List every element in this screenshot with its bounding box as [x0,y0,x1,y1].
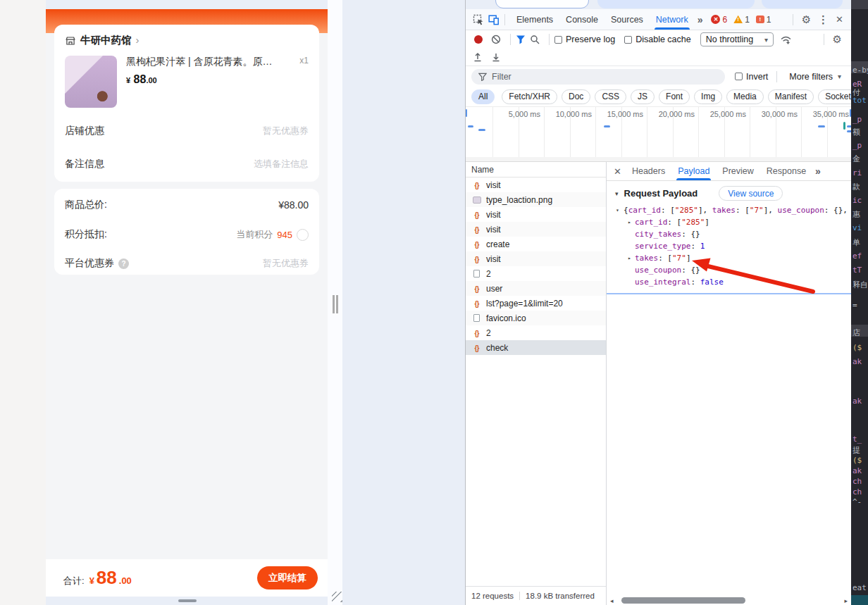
network-request-row[interactable]: check [466,340,606,355]
network-request-row[interactable]: type_loaction.png [466,192,606,207]
devtools-tab-sources[interactable]: Sources [604,9,650,30]
tree-expander-icon[interactable]: ▸ [628,252,631,264]
network-request-row[interactable]: user [466,281,606,296]
points-value: 945 [277,230,292,240]
filter-input[interactable]: Filter [471,69,725,85]
store-coupon-row[interactable]: 店铺优惠 暂无优惠券 [65,125,309,137]
code-fragment: tot [852,96,867,105]
checkout-button[interactable]: 立即结算 [257,566,318,590]
platform-coupon-row[interactable]: 平台优惠券? 暂无优惠券 [65,257,309,270]
doc-file-icon [471,314,482,322]
import-har-icon[interactable] [491,52,501,62]
view-source-button[interactable]: View source [719,186,783,201]
network-request-row[interactable]: 2 [466,266,606,281]
remark-row[interactable]: 备注信息 选填备注信息 [65,158,309,170]
filter-chip-doc[interactable]: Doc [562,89,590,104]
filter-chip-manifest[interactable]: Manifest [768,89,814,104]
payload-line[interactable]: ▸takes: ["7"] [607,252,851,264]
filter-chip-js[interactable]: JS [631,89,655,104]
network-request-row[interactable]: visit [466,177,606,192]
name-column-header[interactable]: Name [466,162,606,177]
export-har-icon[interactable] [473,52,483,62]
network-request-row[interactable]: visit [466,222,606,237]
network-request-row[interactable]: favicon.ico [466,311,606,325]
details-tab-response[interactable]: Response [760,162,812,180]
network-conditions-icon[interactable] [780,35,792,45]
help-icon[interactable]: ? [118,258,129,269]
tree-expander-icon[interactable]: ▸ [628,216,631,228]
close-details-icon[interactable]: ✕ [614,166,621,177]
points-toggle[interactable] [297,229,309,241]
corner-resize-handle[interactable] [332,592,342,602]
search-icon[interactable] [530,35,540,44]
shop-row[interactable]: 牛研中药馆 › [65,34,309,47]
network-overview-timeline[interactable]: 5,000 ms10,000 ms15,000 ms20,000 ms25,00… [466,107,851,162]
code-fragment: 单 [852,237,860,248]
close-devtools-icon[interactable]: ✕ [832,14,847,25]
filter-chip-font[interactable]: Font [659,89,690,104]
code-fragment: ak [852,357,862,366]
filter-chip-img[interactable]: Img [694,89,722,104]
devtools-tab-elements[interactable]: Elements [510,9,559,30]
separator [510,34,511,45]
code-fragment: ($ [852,456,862,465]
network-request-row[interactable]: 2 [466,325,606,340]
payload-line[interactable]: ▸cart_id: ["285"] [607,216,851,228]
section-expander-icon[interactable]: ▾ [615,190,619,197]
disable-cache-checkbox[interactable]: Disable cache [624,35,691,44]
filter-chip-fetch-xhr[interactable]: Fetch/XHR [502,89,557,104]
clear-icon[interactable] [491,35,501,44]
network-request-row[interactable]: create [466,237,606,251]
panel-divider [607,293,851,294]
points-row: 积分抵扣: 当前积分 945 [65,228,309,241]
payload-line[interactable]: ▾{cart_id: ["285"], takes: ["7"], use_co… [607,204,851,216]
store-coupon-label: 店铺优惠 [65,125,104,137]
remark-label: 备注信息 [65,158,104,170]
device-toolbar-icon[interactable] [488,14,500,25]
details-tab-payload[interactable]: Payload [671,162,716,180]
invert-checkbox[interactable]: Invert [735,72,768,82]
issues-badge[interactable]: !1 [756,15,771,25]
throttling-select[interactable]: No throttling▾ [700,32,774,46]
points-hint: 当前积分 [236,228,273,241]
details-tab-headers[interactable]: Headers [626,162,671,180]
payload-line: use_integral: false [607,276,851,288]
filter-funnel-icon[interactable] [516,35,526,44]
settings-gear-icon[interactable]: ⚙ [798,13,814,26]
network-request-row[interactable]: visit [466,251,606,266]
tree-expander-icon[interactable]: ▾ [616,204,619,216]
filter-chip-media[interactable]: Media [726,89,764,104]
timeline-activity-mark [466,109,467,117]
details-tab-preview[interactable]: Preview [716,162,760,180]
filter-chip-all[interactable]: All [471,89,495,104]
more-tabs-icon[interactable]: » [695,14,706,25]
chrome-pill-button [597,0,755,8]
warning-badge[interactable]: !1 [733,15,750,25]
inspect-icon[interactable] [473,14,484,25]
kebab-menu-icon[interactable]: ⋮ [814,13,832,26]
devtools-tab-network[interactable]: Network [650,9,695,30]
code-fragment: ch [852,487,862,497]
record-icon[interactable] [474,35,483,44]
preserve-log-checkbox[interactable]: Preserve log [554,35,615,44]
product-row[interactable]: 黑枸杞果汁萃 | 含原花青素。原… x1 ¥ 88.00 [65,56,309,108]
devtools-tab-console[interactable]: Console [559,9,604,30]
more-filters-button[interactable]: More filters▾ [789,72,841,82]
request-name: check [486,343,508,353]
filter-chip-css[interactable]: CSS [595,89,626,104]
scrollbar-thumb[interactable] [621,597,745,604]
order-total: 合计: ¥ 88 .00 [63,567,132,589]
braces-file-icon [471,180,482,190]
code-fragment: 金 [852,154,860,164]
error-badge[interactable]: ✕6 [711,15,727,25]
more-detail-tabs-icon[interactable]: » [812,166,824,177]
resize-handle[interactable] [333,295,340,313]
braces-file-icon [471,284,482,294]
network-request-row[interactable]: lst?page=1&limit=20 [466,296,606,311]
network-settings-gear-icon[interactable]: ⚙ [829,33,845,46]
doc-file-icon [471,270,482,277]
product-image[interactable] [65,56,117,108]
horizontal-scrollbar[interactable]: ◂ ▸ [608,597,850,604]
timeline-activity-mark [604,125,610,127]
network-request-row[interactable]: visit [466,207,606,222]
